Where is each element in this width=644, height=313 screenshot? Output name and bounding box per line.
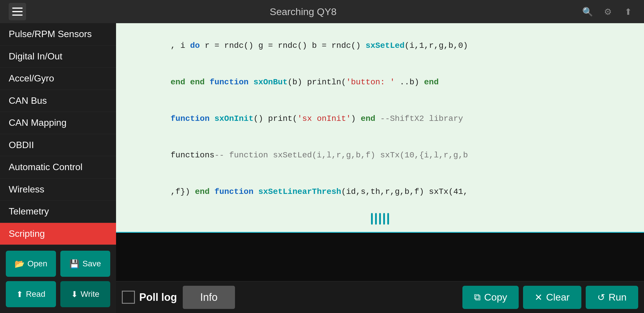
hamburger-line-3 bbox=[12, 14, 23, 16]
save-button[interactable]: 💾 Save bbox=[60, 251, 111, 277]
bottom-actions: ⧉ Copy ✕ Clear ↺ Run bbox=[462, 286, 638, 309]
sidebar-item-can-bus[interactable]: CAN Bus bbox=[0, 90, 116, 112]
code-block: , i do r = rndc() g = rndc() b = rndc() … bbox=[116, 23, 644, 233]
copy-icon: ⧉ bbox=[474, 292, 481, 303]
sidebar-item-pulse-rpm[interactable]: Pulse/RPM Sensors bbox=[0, 23, 116, 46]
cursor-bar-5 bbox=[387, 213, 389, 225]
clear-button[interactable]: ✕ Clear bbox=[523, 286, 581, 309]
write-button[interactable]: ⬇ Write bbox=[60, 281, 111, 307]
header: Searching QY8 🔍 ⚙ ⬆ bbox=[0, 0, 644, 23]
open-button[interactable]: 📂 Open bbox=[6, 251, 56, 277]
cursor-line bbox=[122, 210, 638, 228]
sidebar-item-accel-gyro[interactable]: Accel/Gyro bbox=[0, 68, 116, 90]
read-icon: ⬆ bbox=[16, 290, 23, 299]
code-line-5: ,f}) end function sxSetLinearThresh(id,s… bbox=[122, 174, 638, 210]
header-right: 🔍 ⚙ ⬆ bbox=[580, 4, 635, 19]
sidebar-item-automatic-control[interactable]: Automatic Control bbox=[0, 156, 116, 179]
code-line-2: end end function sxOnBut(b) println('but… bbox=[122, 64, 638, 101]
poll-log-area: Poll log bbox=[122, 291, 177, 304]
run-button[interactable]: ↺ Run bbox=[586, 286, 638, 309]
menu-button[interactable] bbox=[9, 3, 26, 20]
poll-log-checkbox[interactable] bbox=[122, 291, 135, 304]
info-button[interactable]: Info bbox=[183, 286, 235, 309]
settings-icon[interactable]: ⚙ bbox=[600, 4, 615, 19]
code-line-1: , i do r = rndc() g = rndc() b = rndc() … bbox=[122, 28, 638, 64]
code-line-3: function sxOnInit() print('sx onInit') e… bbox=[122, 101, 638, 137]
sidebar-item-scripting[interactable]: Scripting bbox=[0, 223, 116, 245]
code-editor[interactable]: , i do r = rndc() g = rndc() b = rndc() … bbox=[116, 23, 644, 281]
cursor-bar-1 bbox=[371, 213, 373, 225]
poll-log-label: Poll log bbox=[139, 291, 177, 303]
bottom-toolbar: Poll log Info ⧉ Copy ✕ Clear ↺ Run bbox=[116, 281, 644, 313]
sidebar-item-can-mapping[interactable]: CAN Mapping bbox=[0, 112, 116, 134]
header-title: Searching QY8 bbox=[270, 6, 337, 17]
search-icon[interactable]: 🔍 bbox=[580, 4, 595, 19]
cursor-bars bbox=[371, 213, 389, 225]
save-icon: 💾 bbox=[69, 259, 79, 269]
hamburger-line-1 bbox=[12, 8, 23, 9]
sidebar-item-digital-io[interactable]: Digital In/Out bbox=[0, 46, 116, 68]
sidebar-buttons: 📂 Open 💾 Save ⬆ Read ⬇ Write bbox=[0, 245, 116, 313]
sidebar-item-obdii[interactable]: OBDII bbox=[0, 134, 116, 156]
sidebar-item-wireless[interactable]: Wireless bbox=[0, 179, 116, 201]
cursor-bar-4 bbox=[383, 213, 385, 225]
content-area: , i do r = rndc() g = rndc() b = rndc() … bbox=[116, 23, 644, 313]
open-icon: 📂 bbox=[15, 259, 25, 269]
read-button[interactable]: ⬆ Read bbox=[6, 281, 56, 307]
run-icon: ↺ bbox=[597, 292, 605, 303]
upload-icon[interactable]: ⬆ bbox=[621, 4, 635, 19]
cursor-bar-3 bbox=[379, 213, 381, 225]
cursor-bar-2 bbox=[375, 213, 377, 225]
header-left bbox=[9, 3, 26, 20]
write-icon: ⬇ bbox=[71, 290, 78, 299]
code-line-4: functions-- function sxSetLed(i,l,r,g,b,… bbox=[122, 137, 638, 174]
main-layout: Pulse/RPM Sensors Digital In/Out Accel/G… bbox=[0, 23, 644, 313]
hamburger-line-2 bbox=[12, 11, 23, 12]
sidebar-item-telemetry[interactable]: Telemetry bbox=[0, 201, 116, 223]
sidebar: Pulse/RPM Sensors Digital In/Out Accel/G… bbox=[0, 23, 116, 313]
clear-icon: ✕ bbox=[535, 292, 542, 303]
copy-button[interactable]: ⧉ Copy bbox=[462, 286, 519, 309]
